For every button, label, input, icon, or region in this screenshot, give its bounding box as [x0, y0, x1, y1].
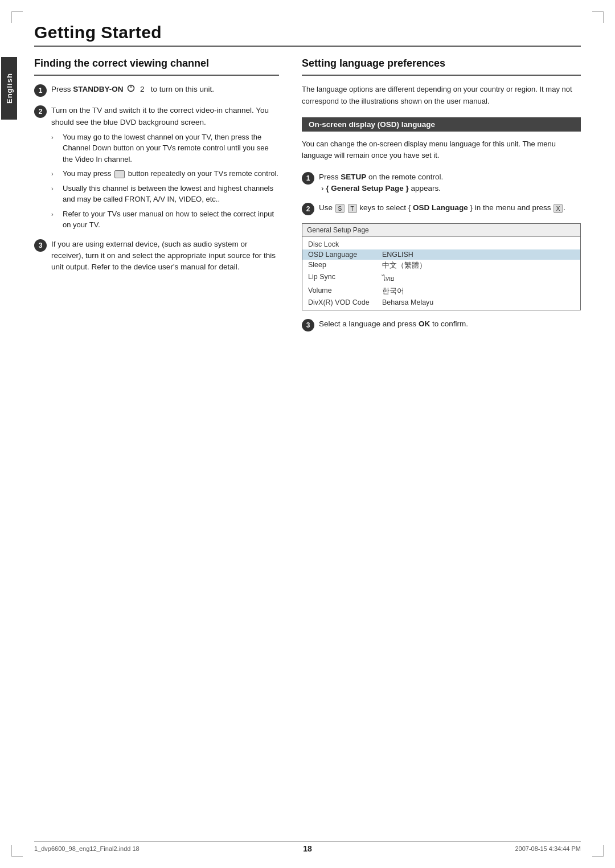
bullet-marker: › [51, 169, 59, 179]
left-section-heading: Finding the correct viewing channel [34, 57, 279, 70]
osd-step-number-2: 2 [302, 203, 314, 215]
main-content: English Finding the correct viewing chan… [34, 57, 581, 339]
right-heading-underline [302, 75, 581, 76]
right-column: Setting language preferences The languag… [296, 57, 581, 339]
osd-step-2-content: Use S T keys to select { OSD Language } … [319, 202, 581, 214]
footer-date: 2007-08-15 4:34:44 PM [515, 845, 581, 852]
right-section-description: The language options are different depen… [302, 84, 581, 107]
step-number-1: 1 [34, 84, 47, 97]
osd-step-number-3: 3 [302, 319, 314, 331]
table-row: OSD Language ENGLISH [302, 249, 580, 260]
osd-step-number-1: 1 [302, 172, 314, 185]
osd-step-3: 3 Select a language and press OK to conf… [302, 318, 581, 331]
setup-table-title: General Setup Page [302, 224, 580, 237]
step-2-content: Turn on the TV and switch it to the corr… [51, 105, 279, 231]
sub-bullet-2-3: › Usually this channel is between the lo… [51, 183, 279, 205]
osd-section: On-screen display (OSD) language You can… [302, 117, 581, 332]
setup-table: General Setup Page Disc Lock OSD Languag… [302, 223, 581, 310]
s-key-icon: S [335, 204, 345, 213]
table-row: Sleep 中文（繁體） [302, 260, 580, 272]
bullet-marker: › [51, 184, 59, 205]
left-column: Finding the correct viewing channel 1 Pr… [34, 57, 296, 339]
table-row: Lip Sync ไทย [302, 272, 580, 285]
left-step-3: 3 If you are using external device, (suc… [34, 239, 279, 273]
page-title-area: Getting Started [34, 23, 581, 47]
t-key-icon: T [348, 204, 357, 213]
page-container: Getting Started English Finding the corr… [0, 0, 615, 868]
title-underline [34, 46, 581, 47]
left-step-1: 1 Press STANDBY-ON 2 to turn on this uni… [34, 84, 279, 97]
footer-filename: 1_dvp6600_98_eng12_Final2.indd 18 [34, 845, 140, 852]
sub-bullet-2-2: › You may press button repeatedly on you… [51, 168, 279, 179]
osd-step-3-content: Select a language and press OK to confir… [319, 318, 581, 330]
osd-step-1-content: Press SETUP on the remote control. › { G… [319, 171, 581, 195]
step-number-3: 3 [34, 239, 47, 252]
osd-description: You can change the on-screen display men… [302, 138, 581, 161]
left-heading-underline [34, 75, 279, 76]
english-tab: English [1, 57, 17, 120]
footer-page-number: 18 [303, 844, 312, 853]
table-row: Volume 한국어 [302, 285, 580, 297]
sub-bullet-2-1: › You may go to the lowest channel on yo… [51, 132, 279, 165]
x-key-icon: X [554, 204, 563, 213]
table-row: DivX(R) VOD Code Beharsa Melayu [302, 297, 580, 308]
table-row: Disc Lock [302, 239, 580, 249]
standby-icon [127, 84, 135, 92]
bullet-marker: › [51, 210, 59, 231]
osd-header: On-screen display (OSD) language [302, 117, 581, 132]
right-section-heading: Setting language preferences [302, 57, 581, 70]
osd-step-1: 1 Press SETUP on the remote control. › {… [302, 171, 581, 195]
left-step-2: 2 Turn on the TV and switch it to the co… [34, 105, 279, 231]
sub-bullet-2-4: › Refer to your TVs user manual on how t… [51, 208, 279, 231]
step-number-2: 2 [34, 105, 47, 118]
step-1-content: Press STANDBY-ON 2 to turn on this unit. [51, 84, 279, 96]
bullet-marker: › [51, 133, 59, 165]
step-3-content: If you are using external device, (such … [51, 239, 279, 273]
page-title: Getting Started [34, 23, 581, 42]
setup-table-body: Disc Lock OSD Language ENGLISH Sleep 中文（… [302, 237, 580, 310]
osd-step-2: 2 Use S T keys to select { OSD Language … [302, 202, 581, 215]
page-footer: 1_dvp6600_98_eng12_Final2.indd 18 18 200… [34, 841, 581, 852]
